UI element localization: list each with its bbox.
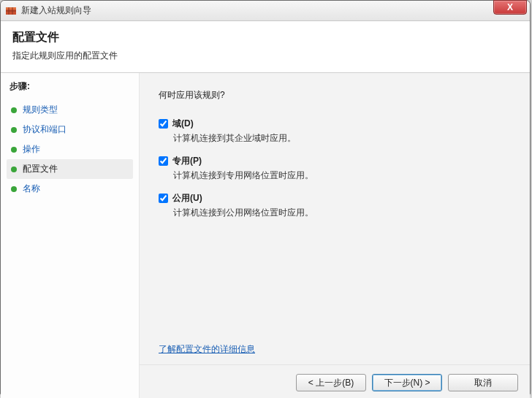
cancel-button[interactable]: 取消 <box>448 374 518 391</box>
firewall-icon <box>5 5 17 17</box>
step-label: 协议和端口 <box>23 123 66 136</box>
wizard-footer: < 上一步(B) 下一步(N) > 取消 <box>140 364 530 398</box>
steps-heading: 步骤: <box>10 80 133 93</box>
step-label: 配置文件 <box>23 163 58 175</box>
page-subtitle: 指定此规则应用的配置文件 <box>12 50 518 62</box>
option-public-desc: 计算机连接到公用网络位置时应用。 <box>173 207 511 219</box>
option-private: 专用(P) 计算机连接到专用网络位置时应用。 <box>159 155 511 182</box>
bullet-icon <box>11 107 17 113</box>
checkbox-private[interactable] <box>159 156 168 166</box>
bullet-icon <box>11 186 17 192</box>
steps-sidebar: 步骤: 规则类型 协议和端口 操作 配置文件 名称 <box>1 73 140 398</box>
step-action[interactable]: 操作 <box>7 139 133 159</box>
step-rule-type[interactable]: 规则类型 <box>7 100 133 120</box>
option-private-label: 专用(P) <box>172 155 202 167</box>
svg-rect-1 <box>6 7 16 9</box>
wizard-window: 新建入站规则向导 X 配置文件 指定此规则应用的配置文件 步骤: 规则类型 协议… <box>0 0 531 394</box>
option-public-label: 公用(U) <box>172 192 202 204</box>
wizard-body: 步骤: 规则类型 协议和端口 操作 配置文件 名称 何 <box>1 73 530 398</box>
content-pane: 何时应用该规则? 域(D) 计算机连接到其企业域时应用。 专用(P) 计算机连接… <box>140 73 530 398</box>
close-icon: X <box>507 2 513 12</box>
step-profile[interactable]: 配置文件 <box>7 159 133 179</box>
option-public: 公用(U) 计算机连接到公用网络位置时应用。 <box>159 192 511 219</box>
bullet-icon <box>11 127 17 133</box>
step-name[interactable]: 名称 <box>7 179 133 199</box>
bullet-icon <box>11 147 17 153</box>
step-label: 规则类型 <box>23 104 58 116</box>
close-button[interactable]: X <box>493 0 527 15</box>
wizard-header: 配置文件 指定此规则应用的配置文件 <box>1 21 530 73</box>
step-label: 名称 <box>23 183 40 195</box>
next-button[interactable]: 下一步(N) > <box>372 374 442 391</box>
learn-more-link[interactable]: 了解配置文件的详细信息 <box>159 343 511 356</box>
window-title: 新建入站规则向导 <box>21 4 91 17</box>
bullet-icon <box>11 167 17 172</box>
checkbox-domain[interactable] <box>159 119 168 129</box>
prompt-text: 何时应用该规则? <box>159 89 511 102</box>
step-protocol-ports[interactable]: 协议和端口 <box>7 120 133 139</box>
option-domain: 域(D) 计算机连接到其企业域时应用。 <box>159 118 511 145</box>
checkbox-public[interactable] <box>159 194 168 203</box>
page-title: 配置文件 <box>12 30 518 45</box>
titlebar: 新建入站规则向导 X <box>1 1 530 21</box>
option-domain-desc: 计算机连接到其企业域时应用。 <box>173 132 511 145</box>
option-domain-label: 域(D) <box>172 118 194 130</box>
back-button[interactable]: < 上一步(B) <box>296 374 366 391</box>
step-label: 操作 <box>23 143 40 156</box>
option-private-desc: 计算机连接到专用网络位置时应用。 <box>173 169 511 182</box>
